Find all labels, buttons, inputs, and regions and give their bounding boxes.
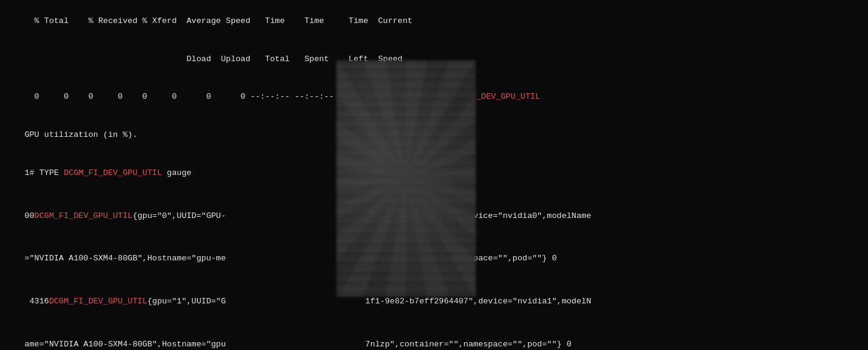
type-gauge: gauge: [162, 168, 192, 177]
gpu1-metric: DCGM_FI_DEV_GPU_UTIL: [49, 297, 147, 306]
type-prefix: 1# TYPE: [24, 168, 64, 177]
gpu0-labels-left: {gpu="0",UUID="GPU-: [133, 211, 226, 220]
header-text-1: % Total % Received % Xferd Average Speed…: [24, 16, 412, 25]
terminal-output: % Total % Received % Xferd Average Speed…: [0, 0, 868, 350]
gpu1-hostname-right: 7nlzp",container="",namespace="",pod=""}…: [366, 340, 572, 349]
dcgm-type-keyword: DCGM_FI_DEV_GPU_UTIL: [64, 168, 162, 177]
gpu1-labels-right: 1f1-9e82-b7eff2964407",device="nvidia1",…: [366, 297, 592, 306]
gpu1-prefix: 4316: [24, 297, 49, 306]
gpu-util-text: GPU utilization (in %).: [24, 130, 137, 139]
curl-header-line1: % Total % Received % Xferd Average Speed…: [5, 2, 863, 41]
blur-inner: [336, 61, 476, 297]
redacted-overlay: [336, 61, 476, 297]
gpu1-hostname-left: ame="NVIDIA A100-SXM4-80GB",Hostname="gp…: [24, 340, 225, 349]
gpu0-metric: DCGM_FI_DEV_GPU_UTIL: [35, 211, 133, 220]
gpu1-line-b: ame="NVIDIA A100-SXM4-80GB",Hostname="gp…: [5, 321, 863, 350]
gpu0-hostname-left: ="NVIDIA A100-SXM4-80GB",Hostname="gpu-m…: [24, 254, 225, 263]
gpu1-labels-left: {gpu="1",UUID="G: [147, 297, 226, 306]
gpu0-prefix: 00: [24, 211, 34, 220]
